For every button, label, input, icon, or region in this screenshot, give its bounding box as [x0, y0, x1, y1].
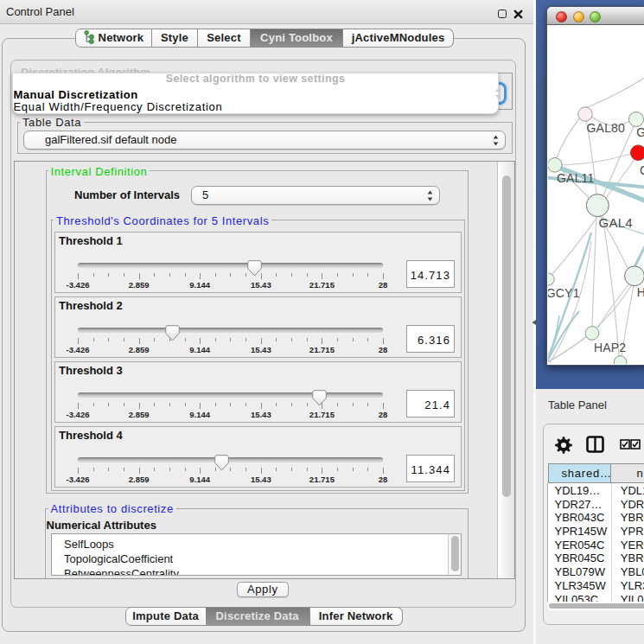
svg-text:C: C: [640, 163, 644, 177]
svg-text:GAL11: GAL11: [557, 171, 595, 185]
svg-text:GAL80: GAL80: [586, 121, 625, 135]
svg-text:HAP2: HAP2: [593, 341, 625, 354]
svg-text:H: H: [636, 285, 644, 299]
svg-text:GA: GA: [636, 125, 644, 139]
svg-text:GCY1: GCY1: [548, 286, 580, 300]
svg-text:GAL4: GAL4: [598, 215, 632, 230]
